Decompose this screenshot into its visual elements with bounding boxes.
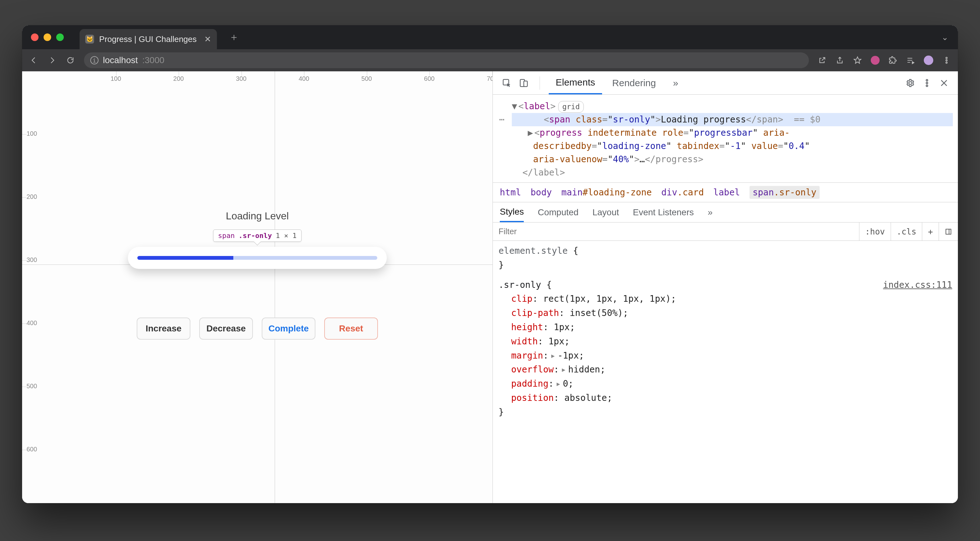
svg-point-6 — [926, 79, 928, 81]
extensions-puzzle-icon[interactable] — [888, 56, 897, 65]
svg-rect-9 — [946, 229, 951, 234]
share-icon[interactable] — [835, 56, 844, 65]
dom-tree[interactable]: ▼<label>grid ⋯ <span class="sr-only">Loa… — [493, 95, 958, 183]
svg-point-1 — [946, 60, 947, 61]
cls-toggle[interactable]: .cls — [891, 223, 922, 240]
css-source-link[interactable]: index.css:111 — [883, 278, 952, 292]
profile-avatar[interactable] — [924, 56, 933, 65]
svg-rect-5 — [524, 81, 527, 86]
url-path: :3000 — [142, 55, 164, 65]
styles-pane[interactable]: element.style { } index.css:111 .sr-only… — [493, 241, 958, 503]
maximize-window-icon[interactable] — [56, 33, 64, 41]
page-title: Loading Level — [226, 210, 289, 222]
css-declaration[interactable]: margin:▸-1px; — [498, 349, 952, 363]
tab-computed[interactable]: Computed — [538, 202, 578, 222]
svg-point-8 — [926, 85, 928, 86]
increase-button[interactable]: Increase — [137, 318, 190, 340]
back-button[interactable] — [29, 56, 38, 65]
css-declaration[interactable]: clip-path: inset(50%); — [498, 306, 952, 320]
playlist-icon[interactable] — [906, 56, 915, 65]
styles-tabs-overflow-icon[interactable]: » — [708, 202, 713, 222]
progress-bar — [137, 256, 377, 260]
breadcrumb-item[interactable]: div.card — [661, 187, 704, 197]
page-viewport: 100200300400500600700 100200300400500600… — [22, 71, 493, 503]
sr-only-rule[interactable]: index.css:111 .sr-only { clip: rect(1px,… — [498, 278, 952, 420]
titlebar: 🐱 Progress | GUI Challenges ✕ ＋ ⌄ — [22, 25, 958, 49]
computed-toggle-icon[interactable] — [939, 223, 958, 240]
hov-toggle[interactable]: :hov — [859, 223, 891, 240]
tab-styles[interactable]: Styles — [500, 202, 524, 222]
tab-title: Progress | GUI Challenges — [99, 34, 197, 44]
devtools-panel: Elements Rendering » ▼<label>grid ⋯ <spa… — [493, 71, 958, 503]
tab-layout[interactable]: Layout — [592, 202, 619, 222]
bookmark-icon[interactable] — [853, 56, 862, 65]
ruler-vertical: 100200300400500600 — [22, 71, 33, 503]
devtools-menu-icon[interactable] — [920, 76, 934, 90]
svg-point-2 — [946, 62, 947, 63]
new-rule-button[interactable]: + — [922, 223, 939, 240]
favicon-icon: 🐱 — [85, 35, 94, 43]
inspector-tooltip: span.sr-only 1 × 1 — [213, 229, 301, 242]
inspect-element-icon[interactable] — [500, 76, 514, 90]
tab-elements[interactable]: Elements — [549, 71, 602, 94]
devtools-tab-bar: Elements Rendering » — [493, 71, 958, 95]
minimize-window-icon[interactable] — [44, 33, 51, 41]
css-declaration[interactable]: clip: rect(1px, 1px, 1px, 1px); — [498, 292, 952, 306]
breadcrumb-item[interactable]: body — [530, 187, 552, 197]
address-field[interactable]: i localhost:3000 — [84, 53, 809, 68]
progress-card — [128, 247, 387, 269]
browser-window: 🐱 Progress | GUI Challenges ✕ ＋ ⌄ i loca… — [22, 25, 958, 503]
close-window-icon[interactable] — [31, 33, 38, 41]
css-declaration[interactable]: width: 1px; — [498, 334, 952, 349]
svg-point-7 — [926, 82, 928, 84]
tooltip-tag: span — [218, 232, 235, 240]
window-controls — [31, 33, 64, 41]
devtools-settings-icon[interactable] — [903, 76, 917, 90]
button-row: Increase Decrease Complete Reset — [137, 318, 378, 340]
styles-filter-bar: :hov .cls + — [493, 223, 958, 241]
tooltip-class: .sr-only — [239, 232, 272, 240]
new-tab-button[interactable]: ＋ — [229, 30, 239, 44]
url-bar: i localhost:3000 — [22, 49, 958, 71]
dom-breadcrumb[interactable]: htmlbodymain#loading-zonediv.cardlabelsp… — [493, 183, 958, 202]
device-toolbar-icon[interactable] — [517, 76, 531, 90]
tabs-overflow-icon[interactable]: ⌄ — [942, 32, 948, 42]
breadcrumb-item[interactable]: main#loading-zone — [562, 187, 652, 197]
css-declaration[interactable]: padding:▸0; — [498, 377, 952, 391]
extension-icon[interactable] — [871, 56, 880, 65]
tab-rendering[interactable]: Rendering — [605, 71, 663, 94]
selected-dom-node[interactable]: ⋯ <span class="sr-only">Loading progress… — [512, 113, 953, 126]
element-style-rule[interactable]: element.style { } — [498, 244, 952, 272]
breadcrumb-item[interactable]: html — [500, 187, 521, 197]
browser-tab[interactable]: 🐱 Progress | GUI Challenges ✕ — [80, 29, 217, 49]
css-declaration[interactable]: position: absolute; — [498, 391, 952, 405]
reload-button[interactable] — [66, 56, 75, 65]
breadcrumb-item[interactable]: label — [713, 187, 740, 197]
forward-button[interactable] — [47, 56, 57, 65]
css-declaration[interactable]: overflow:▸hidden; — [498, 363, 952, 377]
browser-menu-icon[interactable] — [942, 56, 951, 65]
styles-tab-bar: Styles Computed Layout Event Listeners » — [493, 202, 958, 223]
tab-event-listeners[interactable]: Event Listeners — [633, 202, 694, 222]
breadcrumb-item[interactable]: span.sr-only — [749, 186, 819, 199]
open-external-icon[interactable] — [818, 56, 827, 65]
url-host: localhost — [103, 55, 138, 65]
decrease-button[interactable]: Decrease — [199, 318, 253, 340]
complete-button[interactable]: Complete — [262, 318, 315, 340]
styles-filter-input[interactable] — [493, 223, 859, 240]
css-declaration[interactable]: height: 1px; — [498, 320, 952, 334]
reset-button[interactable]: Reset — [324, 318, 378, 340]
tabs-overflow-icon[interactable]: » — [666, 71, 686, 94]
svg-point-0 — [946, 57, 947, 58]
progress-fill — [137, 256, 233, 260]
devtools-close-icon[interactable] — [937, 76, 951, 90]
tab-close-icon[interactable]: ✕ — [204, 34, 211, 44]
site-info-icon[interactable]: i — [90, 56, 99, 64]
tooltip-dimensions: 1 × 1 — [275, 232, 296, 240]
